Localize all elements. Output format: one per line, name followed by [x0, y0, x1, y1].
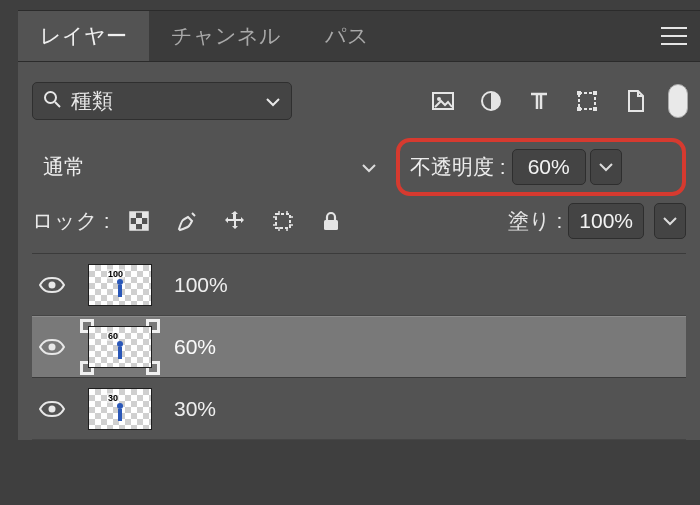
- lock-fill-row: ロック : 塗り : 100%: [32, 198, 686, 254]
- opacity-dropdown[interactable]: [590, 149, 622, 185]
- svg-rect-13: [130, 224, 136, 230]
- filter-smartobject-icon[interactable]: [620, 86, 650, 116]
- panel-tabs: レイヤー チャンネル パス: [18, 10, 700, 62]
- filter-type-dropdown[interactable]: 種類: [32, 82, 292, 120]
- tab-paths[interactable]: パス: [303, 11, 391, 61]
- fill-label: 塗り :: [508, 207, 563, 235]
- svg-rect-6: [593, 91, 597, 95]
- lock-transparency-icon[interactable]: [124, 206, 154, 236]
- layer-thumbnail[interactable]: 100: [84, 261, 156, 309]
- filter-row: 種類: [32, 80, 686, 122]
- tab-layers[interactable]: レイヤー: [18, 11, 149, 61]
- blend-mode-value: 通常: [43, 153, 85, 181]
- lock-position-icon[interactable]: [220, 206, 250, 236]
- layer-row[interactable]: 30 30%: [32, 378, 686, 440]
- lock-icons: [124, 206, 346, 236]
- svg-rect-14: [142, 224, 148, 230]
- panel-body: 種類 通常: [18, 62, 700, 440]
- layers-list: 100 100% 60 60% 30: [32, 254, 686, 440]
- filter-pixel-icon[interactable]: [428, 86, 458, 116]
- svg-rect-15: [276, 214, 290, 228]
- filter-type-label: 種類: [71, 87, 113, 115]
- svg-rect-16: [324, 220, 338, 230]
- fill-group: 塗り : 100%: [508, 203, 686, 239]
- chevron-down-icon: [361, 155, 377, 179]
- visibility-toggle[interactable]: [38, 400, 66, 418]
- blend-opacity-row: 通常 不透明度 : 60%: [32, 144, 686, 190]
- svg-rect-12: [136, 218, 142, 224]
- svg-point-0: [45, 92, 56, 103]
- blend-mode-dropdown[interactable]: 通常: [32, 147, 392, 187]
- tab-channels[interactable]: チャンネル: [149, 11, 303, 61]
- svg-rect-7: [577, 107, 581, 111]
- lock-artboard-icon[interactable]: [268, 206, 298, 236]
- fill-dropdown[interactable]: [654, 203, 686, 239]
- opacity-highlight: 不透明度 : 60%: [396, 138, 686, 196]
- lock-label: ロック :: [32, 207, 110, 235]
- svg-rect-4: [579, 93, 595, 109]
- panel-menu-icon[interactable]: [648, 11, 700, 61]
- fill-value-field[interactable]: 100%: [568, 203, 644, 239]
- filter-toggle[interactable]: [668, 84, 688, 118]
- layer-name[interactable]: 30%: [174, 397, 216, 421]
- filter-shape-icon[interactable]: [572, 86, 602, 116]
- svg-rect-10: [130, 212, 136, 218]
- svg-rect-11: [142, 212, 148, 218]
- chevron-down-icon: [265, 89, 281, 113]
- filter-adjustment-icon[interactable]: [476, 86, 506, 116]
- opacity-value-field[interactable]: 60%: [512, 149, 586, 185]
- visibility-toggle[interactable]: [38, 338, 66, 356]
- svg-rect-8: [593, 107, 597, 111]
- svg-point-17: [49, 281, 56, 288]
- visibility-toggle[interactable]: [38, 276, 66, 294]
- layer-thumbnail[interactable]: 30: [84, 385, 156, 433]
- layer-thumbnail[interactable]: 60: [84, 323, 156, 371]
- lock-all-icon[interactable]: [316, 206, 346, 236]
- layers-panel: レイヤー チャンネル パス 種類: [0, 10, 700, 440]
- layer-row[interactable]: 100 100%: [32, 254, 686, 316]
- search-icon: [43, 89, 61, 113]
- lock-image-icon[interactable]: [172, 206, 202, 236]
- opacity-label: 不透明度 :: [410, 153, 506, 181]
- layer-name[interactable]: 100%: [174, 273, 228, 297]
- svg-point-19: [49, 405, 56, 412]
- svg-point-18: [49, 344, 56, 351]
- layer-row[interactable]: 60 60%: [32, 316, 686, 378]
- filter-type-layer-icon[interactable]: [524, 86, 554, 116]
- layer-name[interactable]: 60%: [174, 335, 216, 359]
- svg-rect-5: [577, 91, 581, 95]
